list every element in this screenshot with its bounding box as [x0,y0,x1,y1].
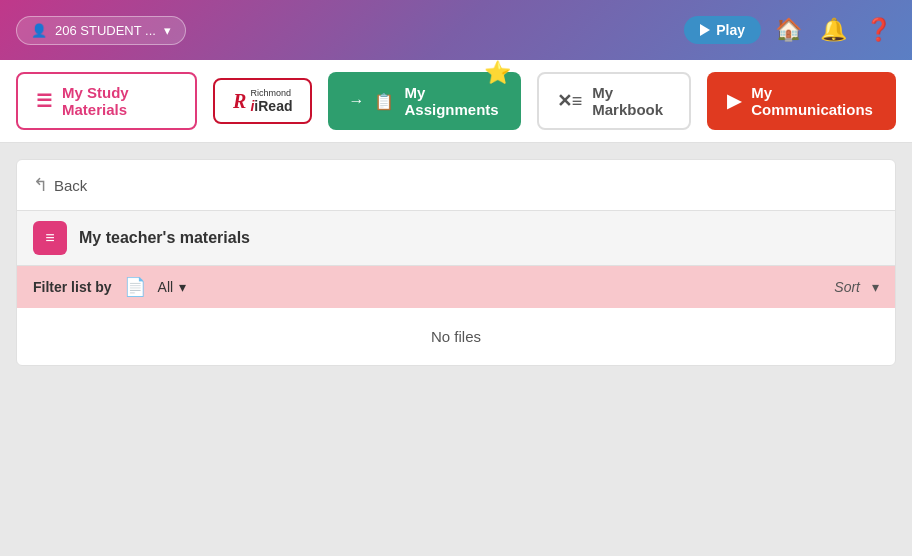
tab-markbook[interactable]: ✕≡ My Markbook [537,72,692,130]
tab-communications[interactable]: ▶ My Communications [707,72,896,130]
home-icon: 🏠 [775,17,802,43]
assignment-arrow-icon: → [348,92,364,110]
help-button[interactable]: ❓ [861,13,896,47]
bell-icon: 🔔 [820,17,847,43]
back-arrow-icon: ↰ [33,174,48,196]
study-materials-label: My Study Materials [62,84,177,118]
content-area: ↰ Back ≡ My teacher's materials Filter l… [16,159,896,366]
list-icon: ☰ [36,90,52,112]
filter-row: Filter list by 📄 All ▾ Sort ▾ [17,266,895,308]
no-files-label: No files [431,328,481,345]
star-badge: ⭐ [484,60,511,86]
assignments-label: My Assignments [404,84,500,118]
notifications-button[interactable]: 🔔 [816,13,851,47]
user-label: 206 STUDENT ... [55,23,156,38]
back-row: ↰ Back [17,160,895,210]
tab-iread[interactable]: R Richmond iiRead [213,78,312,124]
play-label: Play [716,22,745,38]
play-triangle-icon [700,24,710,36]
home-button[interactable]: 🏠 [771,13,806,47]
tab-assignments[interactable]: ⭐ → 📋 My Assignments [328,72,520,130]
markbook-label: My Markbook [592,84,671,118]
iread-brand-prefix: Richmond [250,88,292,98]
iread-logo: R Richmond iiRead [233,88,292,114]
communications-icon: ▶ [727,90,741,112]
filter-value: All [158,279,174,295]
dropdown-chevron-icon: ▾ [164,23,171,38]
back-label: Back [54,177,87,194]
header: 👤 206 STUDENT ... ▾ Play 🏠 🔔 ❓ [0,0,912,60]
teacher-materials-icon: ≡ [33,221,67,255]
back-link[interactable]: ↰ Back [33,174,87,196]
no-files-row: No files [17,308,895,365]
header-right: Play 🏠 🔔 ❓ [684,13,896,47]
teacher-materials-row: ≡ My teacher's materials [17,210,895,266]
filter-label: Filter list by [33,279,112,295]
sort-label: Sort [834,279,860,295]
assignment-list-icon: 📋 [374,92,394,111]
sort-chevron-icon[interactable]: ▾ [872,279,879,295]
help-icon: ❓ [865,17,892,43]
teacher-materials-title: My teacher's materials [79,229,250,247]
user-dropdown[interactable]: 👤 206 STUDENT ... ▾ [16,16,186,45]
iread-brand-name: iiRead [250,98,292,114]
iread-r-icon: R [233,90,246,113]
markbook-icon: ✕≡ [557,90,583,112]
nav-tabs: ☰ My Study Materials R Richmond iiRead ⭐… [0,60,912,143]
header-left: 👤 206 STUDENT ... ▾ [16,16,186,45]
list-lines-icon: ≡ [45,229,54,247]
filter-chevron-icon: ▾ [179,279,186,295]
communications-label: My Communications [751,84,876,118]
user-icon: 👤 [31,23,47,38]
document-icon: 📄 [124,276,146,298]
tab-study-materials[interactable]: ☰ My Study Materials [16,72,197,130]
play-button[interactable]: Play [684,16,761,44]
filter-select[interactable]: All ▾ [158,279,187,295]
